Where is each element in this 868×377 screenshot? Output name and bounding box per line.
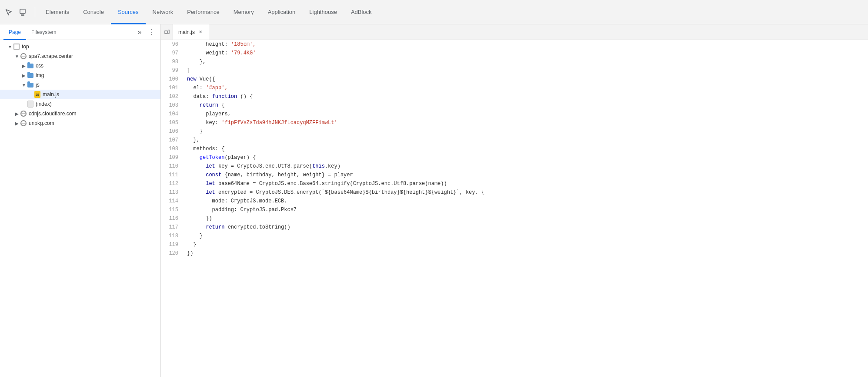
- tab-sources[interactable]: Sources: [111, 0, 146, 24]
- code-tab-close-button[interactable]: ✕: [197, 29, 204, 35]
- line-number: 98: [161, 57, 182, 66]
- code-line: 110 let key = CryptoJS.enc.Utf8.parse(th…: [161, 162, 868, 171]
- tree-arrow-top[interactable]: [7, 44, 13, 50]
- line-number: 102: [161, 92, 182, 101]
- tree-label-mainjs: main.js: [43, 91, 157, 98]
- tree-arrow-unpkg[interactable]: [14, 120, 20, 126]
- file-icon-index: [27, 101, 34, 108]
- code-content[interactable]: 96 height: '185cm',97 weight: '79.4KG'98…: [161, 40, 868, 377]
- toolbar-icons: [3, 7, 35, 17]
- line-number: 99: [161, 66, 182, 75]
- line-code: }): [182, 249, 193, 258]
- tree-arrow-js[interactable]: [21, 82, 27, 88]
- line-code: key: 'fipFfVsZsTda94hJNKJfLoaqyqMZFFimwL…: [182, 118, 337, 127]
- line-number: 115: [161, 205, 182, 214]
- line-number: 110: [161, 162, 182, 171]
- line-code: new Vue({: [182, 75, 215, 84]
- line-code: return encrypted.toString(): [182, 223, 290, 232]
- line-code: let key = CryptoJS.enc.Utf8.parse(this.k…: [182, 162, 341, 171]
- line-code: getToken(player) {: [182, 153, 256, 162]
- code-line: 118 }: [161, 232, 868, 240]
- line-code: }): [182, 214, 212, 223]
- tree-item-index[interactable]: (index): [0, 99, 160, 109]
- line-code: el: '#app',: [182, 84, 228, 92]
- code-line: 106 }: [161, 127, 868, 136]
- code-lines: 96 height: '185cm',97 weight: '79.4KG'98…: [161, 40, 868, 258]
- tree-label-cdnjs: cdnjs.cloudflare.com: [29, 111, 157, 117]
- globe-icon-unpkg: [20, 120, 27, 127]
- line-number: 107: [161, 136, 182, 145]
- inspect-icon[interactable]: [3, 7, 14, 17]
- code-line: 117 return encrypted.toString(): [161, 223, 868, 232]
- tree-arrow-spa7[interactable]: [14, 53, 20, 59]
- tab-adblock[interactable]: AdBlock: [344, 0, 379, 24]
- code-line: 104 players,: [161, 110, 868, 118]
- tree-item-css[interactable]: css: [0, 61, 160, 71]
- code-line: 119 }: [161, 240, 868, 249]
- line-code: const {name, birthday, height, weight} =…: [182, 171, 353, 179]
- svg-rect-3: [14, 44, 19, 49]
- code-tabs: main.js ✕: [161, 24, 868, 40]
- tree-item-js[interactable]: js: [0, 80, 160, 90]
- line-number: 103: [161, 101, 182, 110]
- line-number: 118: [161, 232, 182, 240]
- sidebar: Page Filesystem » ⋮ top: [0, 24, 161, 377]
- line-code: padding: CryptoJS.pad.Pkcs7: [182, 205, 297, 214]
- line-number: 114: [161, 197, 182, 205]
- tab-elements[interactable]: Elements: [39, 0, 76, 24]
- globe-icon-spa7: [20, 53, 27, 60]
- tree-item-cdnjs[interactable]: cdnjs.cloudflare.com: [0, 109, 160, 118]
- code-line: 96 height: '185cm',: [161, 40, 868, 49]
- device-icon[interactable]: [17, 7, 28, 17]
- toolbar: Elements Console Sources Network Perform…: [0, 0, 868, 24]
- code-tab-mainjs[interactable]: main.js ✕: [173, 24, 209, 40]
- line-number: 113: [161, 188, 182, 197]
- tab-network[interactable]: Network: [146, 0, 180, 24]
- tree-item-unpkg[interactable]: unpkg.com: [0, 118, 160, 128]
- svg-rect-0: [20, 9, 25, 13]
- tree-item-mainjs[interactable]: JS main.js: [0, 90, 160, 99]
- line-code: data: function () {: [182, 92, 253, 101]
- tree-arrow-img[interactable]: [21, 72, 27, 78]
- tab-console[interactable]: Console: [76, 0, 111, 24]
- line-number: 116: [161, 214, 182, 223]
- line-number: 120: [161, 249, 182, 258]
- folder-icon-img: [27, 72, 34, 79]
- sidebar-tab-filesystem[interactable]: Filesystem: [26, 25, 61, 40]
- line-code: mode: CryptoJS.mode.ECB,: [182, 197, 287, 205]
- tree-label-top: top: [22, 44, 157, 50]
- code-panel: main.js ✕ 96 height: '185cm',97 weight: …: [161, 24, 868, 377]
- sidebar-more-button[interactable]: »: [134, 27, 145, 37]
- code-tab-filename: main.js: [178, 29, 195, 35]
- sidebar-tab-page[interactable]: Page: [3, 25, 26, 40]
- tab-performance[interactable]: Performance: [180, 0, 226, 24]
- line-code: ]: [182, 66, 190, 75]
- tree-item-img[interactable]: img: [0, 71, 160, 80]
- line-code: height: '185cm',: [182, 40, 256, 49]
- filejs-icon-mainjs: JS: [34, 91, 41, 98]
- code-tab-back-button[interactable]: [161, 24, 173, 40]
- tab-memory[interactable]: Memory: [227, 0, 261, 24]
- tab-lighthouse[interactable]: Lighthouse: [302, 0, 344, 24]
- line-number: 101: [161, 84, 182, 92]
- tree-arrow-css[interactable]: [21, 63, 27, 69]
- line-code: return {: [182, 101, 224, 110]
- line-code: weight: '79.4KG': [182, 49, 256, 57]
- tree-item-top[interactable]: top: [0, 42, 160, 51]
- tree-arrow-cdnjs[interactable]: [14, 111, 20, 117]
- square-icon: [13, 43, 20, 50]
- line-code: },: [182, 57, 206, 66]
- tab-application[interactable]: Application: [261, 0, 303, 24]
- code-line: 113 let encrypted = CryptoJS.DES.encrypt…: [161, 188, 868, 197]
- code-line: 107 },: [161, 136, 868, 145]
- line-number: 100: [161, 75, 182, 84]
- tree-label-img: img: [36, 72, 157, 78]
- line-number: 109: [161, 153, 182, 162]
- sidebar-kebab-button[interactable]: ⋮: [147, 27, 157, 37]
- code-line: 111 const {name, birthday, height, weigh…: [161, 171, 868, 179]
- code-line: 103 return {: [161, 101, 868, 110]
- tree-item-spa7[interactable]: spa7.scrape.center: [0, 51, 160, 61]
- sidebar-tree: top spa7.scrape.center: [0, 40, 160, 377]
- line-number: 96: [161, 40, 182, 49]
- line-number: 119: [161, 240, 182, 249]
